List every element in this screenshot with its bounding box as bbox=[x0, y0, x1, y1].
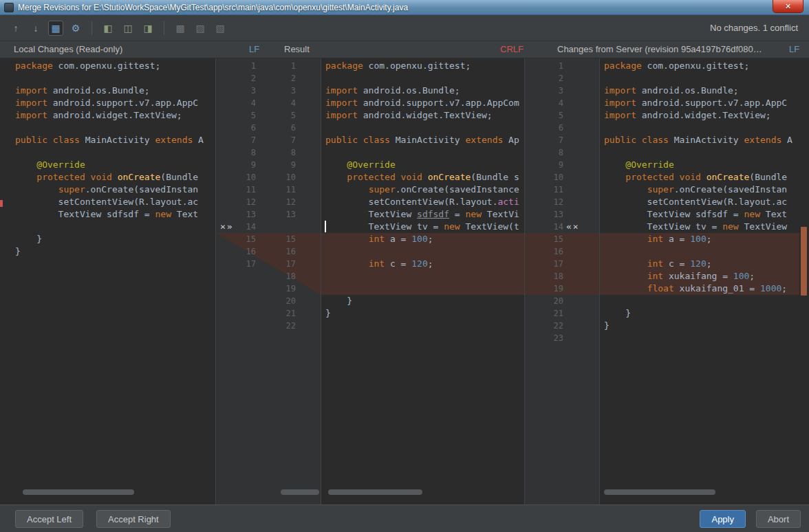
code-token: android.support.v7.app.AppCom bbox=[358, 98, 519, 108]
left-panel-title: Local Changes (Read-only) bbox=[14, 44, 122, 54]
compare-mode-2-icon[interactable]: ▨ bbox=[193, 21, 208, 36]
code-line: setContentView(R.layout.ac bbox=[11, 196, 215, 208]
conflict-stripe-marker[interactable] bbox=[801, 227, 807, 296]
title-bar[interactable]: Merge Revisions for E:\StutioWorkSpace\M… bbox=[0, 0, 809, 15]
line-number-left: 11 bbox=[222, 184, 256, 196]
line-number-result: 7 bbox=[256, 134, 296, 146]
left-hscrollbar-thumb[interactable] bbox=[23, 489, 134, 495]
code-token: int bbox=[369, 258, 385, 269]
gutter-row: 99 bbox=[216, 159, 321, 171]
code-token: package bbox=[325, 60, 363, 71]
code-token: TextView tv = bbox=[325, 221, 444, 232]
code-token: com.openxu.gittest; bbox=[363, 60, 471, 71]
code-token: public class bbox=[325, 135, 390, 145]
code-line bbox=[11, 221, 215, 233]
code-token: int bbox=[647, 271, 663, 281]
code-line: int c = 120; bbox=[600, 258, 799, 270]
gutter-row: 9 bbox=[525, 159, 599, 171]
line-number-result: 13 bbox=[256, 208, 296, 221]
apply-all-non-conflicting-icon[interactable]: ◫ bbox=[120, 21, 136, 36]
result-hscrollbar-thumb[interactable] bbox=[328, 489, 422, 495]
settings-gear-icon[interactable]: ⚙ bbox=[68, 21, 83, 36]
code-token: android.support.v7.app.AppC bbox=[636, 98, 787, 108]
code-token: @Override bbox=[325, 159, 396, 170]
gutter-row: 1313 bbox=[216, 208, 321, 221]
gutter-row: 13 bbox=[525, 208, 599, 221]
code-line: TextView tv = new TextView bbox=[600, 221, 799, 233]
code-token: protected void bbox=[347, 172, 422, 182]
code-token: onCreate bbox=[706, 172, 750, 182]
code-line: setContentView(R.layout.ac bbox=[600, 196, 799, 208]
gutter-row: ×»14 bbox=[216, 221, 321, 233]
line-number-right: 5 bbox=[530, 109, 563, 122]
line-number-result: 16 bbox=[256, 245, 296, 258]
code-token bbox=[422, 172, 428, 182]
code-line: import android.os.Bundle; bbox=[11, 85, 215, 97]
code-token: public class bbox=[604, 135, 669, 145]
conflict-action-icons-right[interactable]: «× bbox=[566, 221, 580, 233]
code-token: setContentView(R.layout.ac bbox=[15, 197, 198, 207]
code-line: int a = 100; bbox=[600, 233, 799, 245]
code-token: import bbox=[325, 85, 358, 96]
code-line: public class MainActivity extends A bbox=[600, 134, 799, 146]
code-token bbox=[325, 172, 347, 182]
left-gutter: 1122334455667788991010111112121313×»1415… bbox=[215, 58, 321, 505]
code-token bbox=[15, 184, 58, 195]
code-token: int bbox=[647, 258, 663, 269]
code-token: A bbox=[193, 135, 204, 145]
code-token: 1000 bbox=[760, 283, 781, 293]
code-token: ; bbox=[428, 258, 433, 269]
apply-button[interactable]: Apply bbox=[700, 510, 746, 528]
gutter-row: 6 bbox=[525, 122, 599, 134]
code-line bbox=[11, 146, 215, 159]
gutter-row: 1111 bbox=[216, 184, 321, 196]
code-token: android.os.Bundle; bbox=[636, 85, 739, 96]
gutter-row: 88 bbox=[216, 146, 321, 159]
error-stripe[interactable] bbox=[799, 58, 809, 505]
line-number-right: 19 bbox=[530, 282, 563, 295]
apply-non-conflicting-right-icon[interactable]: ◨ bbox=[140, 21, 155, 36]
line-number-left: 13 bbox=[222, 208, 256, 221]
gutter-row: 66 bbox=[216, 122, 321, 134]
code-line: import android.support.v7.app.AppC bbox=[11, 97, 215, 109]
conflict-action-icons-left[interactable]: ×» bbox=[220, 221, 234, 233]
close-button[interactable]: ✕ bbox=[773, 0, 803, 13]
gutter-row: 1616 bbox=[216, 245, 321, 258]
right-hscrollbar-thumb[interactable] bbox=[604, 489, 715, 495]
code-line bbox=[600, 245, 799, 258]
code-token: ; bbox=[706, 258, 712, 269]
accept-right-button[interactable]: Accept Right bbox=[96, 510, 171, 528]
compare-mode-1-icon[interactable]: ▩ bbox=[173, 21, 188, 36]
line-number-left bbox=[222, 307, 256, 320]
gutter-row: 21 bbox=[216, 307, 321, 320]
line-number-right: 8 bbox=[530, 146, 563, 159]
code-token: onCreate bbox=[428, 172, 471, 182]
code-token: 100 bbox=[733, 271, 749, 281]
code-line bbox=[321, 245, 524, 258]
result-editor[interactable]: package com.openxu.gittest;import androi… bbox=[321, 58, 524, 505]
side-by-side-viewer-icon[interactable]: ▦ bbox=[48, 21, 63, 36]
previous-difference-icon[interactable]: ↑ bbox=[8, 21, 23, 36]
code-line bbox=[600, 122, 799, 134]
merge-editor: package com.openxu.gittest;import androi… bbox=[0, 58, 809, 505]
left-eol-badge[interactable]: LF bbox=[249, 44, 259, 54]
line-number-result: 4 bbox=[256, 97, 296, 109]
code-token bbox=[112, 172, 118, 182]
next-difference-icon[interactable]: ↓ bbox=[28, 21, 43, 36]
code-token: .onCreate(savedInstan bbox=[85, 184, 198, 195]
line-number-result: 5 bbox=[256, 109, 296, 122]
result-eol-badge[interactable]: CRLF bbox=[500, 44, 524, 54]
right-eol-badge[interactable]: LF bbox=[789, 44, 799, 54]
line-number-left: 4 bbox=[222, 97, 256, 109]
code-line bbox=[321, 320, 524, 332]
left-editor[interactable]: package com.openxu.gittest;import androi… bbox=[11, 58, 215, 505]
code-line bbox=[11, 258, 215, 270]
code-token: @Override bbox=[15, 159, 85, 170]
abort-button[interactable]: Abort bbox=[756, 510, 801, 528]
compare-mode-3-icon[interactable]: ▧ bbox=[213, 21, 228, 36]
right-editor[interactable]: package com.openxu.gittest;import androi… bbox=[600, 58, 799, 505]
code-token bbox=[604, 172, 625, 182]
accept-left-button[interactable]: Accept Left bbox=[15, 510, 83, 528]
apply-non-conflicting-left-icon[interactable]: ◧ bbox=[100, 21, 116, 36]
result-hscrollbar-left[interactable] bbox=[281, 489, 319, 495]
